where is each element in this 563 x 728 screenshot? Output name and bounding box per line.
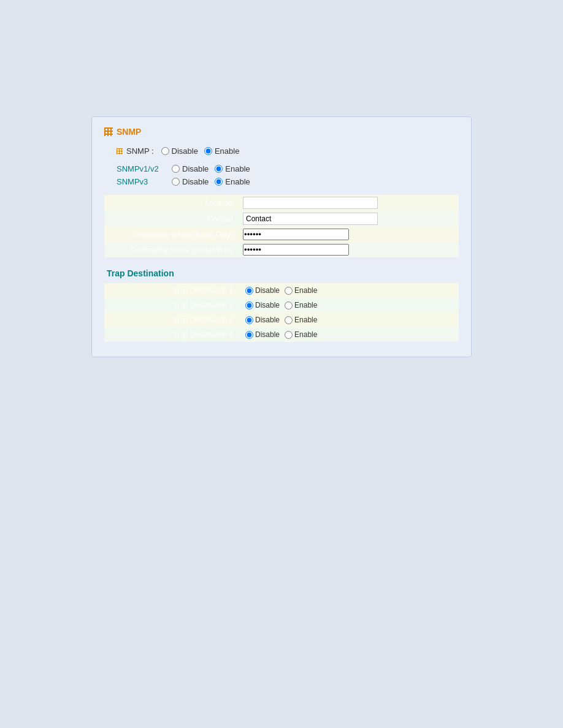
snmp-main-enable-label[interactable]: Enable	[204, 146, 239, 156]
contact-row: Contact	[104, 211, 459, 227]
trap-dest-4-enable-label[interactable]: Enable	[285, 330, 317, 339]
trap-dest-1-label: Trap Destination 1	[104, 283, 239, 298]
snmpv1v2-disable-radio[interactable]	[172, 165, 180, 173]
fields-table: Location Contact Community Name (Read On…	[104, 195, 459, 257]
trap-dest-2-disable-radio[interactable]	[245, 301, 253, 309]
trap-dest-3-enable-radio[interactable]	[285, 316, 293, 324]
location-label: Location	[104, 195, 239, 211]
snmpv1v2-disable-label[interactable]: Disable	[172, 164, 209, 173]
snmpv3-enable-radio[interactable]	[215, 178, 223, 186]
trap-dest-4-enable-radio[interactable]	[285, 331, 293, 339]
location-row: Location	[104, 195, 459, 211]
snmpv1v2-enable-label[interactable]: Enable	[215, 164, 250, 173]
snmpv3-label: SNMPv3	[117, 177, 166, 186]
trap-dest-3-enable-label[interactable]: Enable	[285, 316, 317, 324]
trap-section-title: Trap Destination	[104, 268, 459, 278]
trap-dest-1-options: Disable Enable	[239, 283, 459, 298]
snmp-main-radio-group: Disable Enable	[161, 146, 240, 156]
trap-dest-1-enable-radio[interactable]	[285, 287, 293, 295]
snmpv3-disable-label[interactable]: Disable	[172, 177, 209, 186]
snmp-main-label: SNMP :	[117, 146, 154, 156]
snmpv1v2-row: SNMPv1/v2 Disable Enable	[117, 164, 459, 173]
trap-dest-2-disable-label[interactable]: Disable	[245, 301, 280, 309]
trap-dest-4-disable-radio[interactable]	[245, 331, 253, 339]
location-input[interactable]	[243, 197, 378, 209]
trap-dest-1-row: Trap Destination 1 Disable Enable	[104, 283, 459, 298]
trap-dest-3-options: Disable Enable	[239, 313, 459, 327]
community-ro-input-cell	[239, 227, 459, 242]
snmp-main-enable-radio[interactable]	[204, 147, 212, 155]
snmpv1v2-enable-radio[interactable]	[215, 165, 223, 173]
snmp-main-grid-icon	[117, 148, 123, 154]
community-ro-input[interactable]	[243, 229, 349, 240]
snmpv1v2-label: SNMPv1/v2	[117, 164, 166, 173]
panel-title-text: SNMP	[117, 127, 141, 137]
trap-dest-4-row: Trap Destination 4 Disable Enable	[104, 327, 459, 342]
trap-dest-1-enable-label[interactable]: Enable	[285, 286, 317, 295]
community-rw-input-cell	[239, 242, 459, 257]
snmp-main-disable-label[interactable]: Disable	[161, 146, 198, 156]
trap-dest-2-row: Trap Destination 2 Disable Enable	[104, 298, 459, 313]
trap-dest-4-options: Disable Enable	[239, 327, 459, 342]
panel-title: SNMP	[104, 127, 459, 137]
contact-input-cell	[239, 211, 459, 227]
version-rows: SNMPv1/v2 Disable Enable SNMPv3	[104, 164, 459, 186]
community-rw-label: Community Name (Read/Write)	[104, 242, 239, 257]
trap-dest-3-row: Trap Destination 3 Disable Enable	[104, 313, 459, 327]
trap-table: Trap Destination 1 Disable Enable	[104, 283, 459, 342]
trap-dest-1-disable-label[interactable]: Disable	[245, 286, 280, 295]
snmp-grid-icon	[104, 127, 113, 136]
community-ro-row: Community Name (Read Only)	[104, 227, 459, 242]
trap-dest-1-disable-radio[interactable]	[245, 287, 253, 295]
community-rw-input[interactable]	[243, 244, 349, 256]
snmpv3-disable-radio[interactable]	[172, 178, 180, 186]
snmpv1v2-radio-group: Disable Enable	[172, 164, 250, 173]
trap-dest-4-disable-label[interactable]: Disable	[245, 330, 280, 339]
trap-dest-2-enable-label[interactable]: Enable	[285, 301, 317, 309]
community-rw-row: Community Name (Read/Write)	[104, 242, 459, 257]
trap-dest-3-label: Trap Destination 3	[104, 313, 239, 327]
community-ro-label: Community Name (Read Only)	[104, 227, 239, 242]
trap-dest-3-disable-radio[interactable]	[245, 316, 253, 324]
trap-dest-2-label: Trap Destination 2	[104, 298, 239, 313]
trap-dest-2-options: Disable Enable	[239, 298, 459, 313]
snmpv3-enable-label[interactable]: Enable	[215, 177, 250, 186]
contact-label: Contact	[104, 211, 239, 227]
contact-input[interactable]	[243, 213, 378, 225]
trap-dest-3-disable-label[interactable]: Disable	[245, 316, 280, 324]
snmpv3-row: SNMPv3 Disable Enable	[117, 177, 459, 186]
trap-dest-4-label: Trap Destination 4	[104, 327, 239, 342]
trap-dest-2-enable-radio[interactable]	[285, 301, 293, 309]
snmp-main-row: SNMP : Disable Enable	[104, 146, 459, 156]
snmp-main-disable-radio[interactable]	[161, 147, 169, 155]
location-input-cell	[239, 195, 459, 211]
snmpv3-radio-group: Disable Enable	[172, 177, 250, 186]
snmp-panel: SNMP SNMP : Disable Enable SNM	[91, 116, 472, 357]
